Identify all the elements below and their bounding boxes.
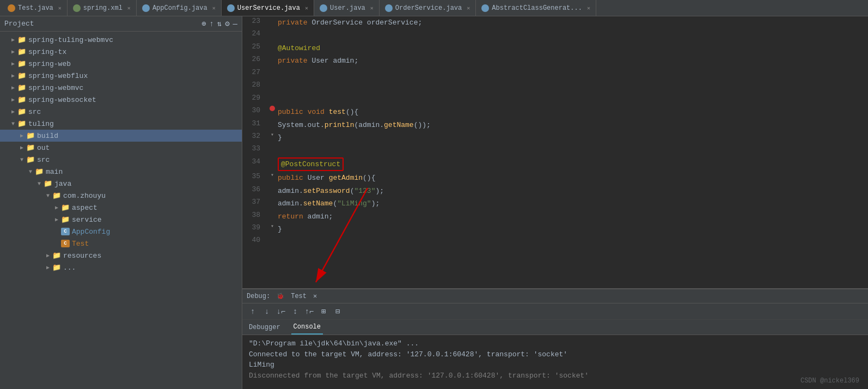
file-icon-appconfig: C [61,228,70,235]
fold-35[interactable]: ▾ [271,172,274,178]
arrow-spring-web[interactable]: ▶ [9,60,17,67]
label-service: service [72,216,102,224]
tab-close-user[interactable]: ✕ [370,5,374,11]
tree-item-com-zhouyu[interactable]: ▼ 📁 com.zhouyu [0,190,242,202]
evaluate-btn[interactable]: ⊟ [332,306,344,318]
folder-icon-spring-tx: 📁 [17,48,26,56]
tree-item-spring-web[interactable]: ▶ 📁 spring-web [0,58,242,70]
label-tuling: tuling [28,120,54,128]
arrow-more[interactable]: ▶ [44,264,52,271]
code-text-40 [278,235,868,248]
tab-debugger[interactable]: Debugger [247,320,283,335]
tree-item-spring-tx[interactable]: ▶ 📁 spring-tx [0,46,242,58]
folder-icon-spring-webmvc: 📁 [17,84,26,92]
folder-icon-tuling: 📁 [17,120,26,127]
tree-item-appconfig-file[interactable]: ▶ C AppConfig [0,226,242,238]
arrow-main[interactable]: ▼ [26,169,35,175]
label-com-zhouyu: com.zhouyu [63,192,106,200]
tab-user[interactable]: User.java ✕ [314,0,380,16]
tab-close-userservice[interactable]: ✕ [305,5,308,11]
tree-item-spring-tuling-webmvc[interactable]: ▶ 📁 spring-tuling-webmvc [0,34,242,46]
tab-label-test: Test.java [18,4,53,12]
tree-item-spring-webmvc[interactable]: ▶ 📁 spring-webmvc [0,82,242,94]
tab-orderservice[interactable]: OrderService.java ✕ [380,0,476,16]
tree-item-spring-webflux[interactable]: ▶ 📁 spring-webflux [0,70,242,82]
tab-close-spring[interactable]: ✕ [127,5,131,11]
line-num-32: 32 [242,131,267,140]
folder-icon-com-zhouyu: 📁 [52,192,61,199]
sidebar-tool-minus[interactable]: — [233,20,237,28]
folder-icon-spring-websocket: 📁 [17,96,26,104]
line-num-40: 40 [242,235,267,244]
tree-item-src2[interactable]: ▼ 📁 src [0,154,242,166]
tree-item-test-file[interactable]: ▶ C Test [0,238,242,250]
arrow-spring-tuling[interactable]: ▶ [9,37,17,43]
scroll-down-btn[interactable]: ↓ [261,306,273,318]
step-over-btn[interactable]: ↓⌐ [275,306,287,318]
fold-32[interactable]: ▾ [271,131,274,138]
arrow-spring-webflux[interactable]: ▶ [9,72,17,79]
arrow-build[interactable]: ▶ [17,132,26,139]
arrow-tuling[interactable]: ▼ [9,121,17,127]
sidebar-tool-gear[interactable]: ⚙ [225,19,229,28]
debug-close[interactable]: ✕ [313,292,317,300]
tab-userservice[interactable]: UserService.java ✕ [222,0,314,16]
folder-icon-more: 📁 [52,264,61,271]
arrow-com-zhouyu[interactable]: ▼ [44,193,52,199]
tree-item-tuling[interactable]: ▼ 📁 tuling [0,118,242,130]
tab-close-abstract[interactable]: ✕ [587,5,590,11]
tree-item-build[interactable]: ▶ 📁 build [0,130,242,142]
step-into-btn[interactable]: ↕ [289,306,301,318]
arrow-resources[interactable]: ▶ [44,252,52,259]
tree-item-src[interactable]: ▶ 📁 src [0,106,242,118]
tree-item-aspect[interactable]: ▶ 📁 aspect [0,202,242,214]
editor-area: 23 private OrderService orderService; 24… [242,16,868,389]
tab-spring-xml[interactable]: spring.xml ✕ [68,0,137,16]
sidebar-tool-arrow-up[interactable]: ↑ [209,20,213,28]
arrow-spring-websocket[interactable]: ▶ [9,96,17,103]
step-out-btn[interactable]: ↑⌐ [303,306,315,318]
fold-39[interactable]: ▾ [271,223,274,229]
tab-icon-test [8,4,15,12]
code-line-34: 34 @PostConstruct [242,157,868,172]
tree-item-spring-websocket[interactable]: ▶ 📁 spring-websocket [0,94,242,106]
arrow-appconfig-file: ▶ [52,228,61,235]
tab-console[interactable]: Console [291,320,323,335]
arrow-spring-webmvc[interactable]: ▶ [9,84,17,91]
tab-label-userservice: UserService.java [237,4,300,12]
folder-icon-aspect: 📁 [61,204,70,211]
scroll-up-btn[interactable]: ↑ [247,306,259,318]
tab-abstract[interactable]: AbstractClassGenerat... ✕ [476,0,596,16]
arrow-java[interactable]: ▼ [35,181,44,187]
code-line-39: 39 ▾ } [242,223,868,235]
line-num-26: 26 [242,54,267,63]
tab-appconfig[interactable]: AppConfig.java ✕ [137,0,222,16]
arrow-service[interactable]: ▶ [52,216,61,223]
tree-item-more[interactable]: ▶ 📁 ... [0,262,242,273]
arrow-out[interactable]: ▶ [17,144,26,151]
code-text-35: public User getAdmin(){ [278,172,868,184]
arrow-aspect[interactable]: ▶ [52,204,61,211]
tree-item-resources[interactable]: ▶ 📁 resources [0,250,242,262]
tree-item-java[interactable]: ▼ 📁 java [0,178,242,190]
tree-item-out[interactable]: ▶ 📁 out [0,142,242,154]
tab-close-orderservice[interactable]: ✕ [467,5,470,11]
tab-test-java[interactable]: Test.java ✕ [2,0,68,16]
arrow-src[interactable]: ▶ [9,108,17,115]
tree-item-service[interactable]: ▶ 📁 service [0,214,242,226]
file-icon-test: C [61,240,70,247]
sidebar-tool-arrows[interactable]: ⇅ [217,19,222,28]
console-line-3: Disconnected from the target VM, address… [249,370,861,381]
bottom-tabs: Debugger Console [242,320,868,335]
code-text-32: } [278,131,868,144]
arrow-spring-tx[interactable]: ▶ [9,48,17,55]
run-to-cursor-btn[interactable]: ⊞ [317,306,329,318]
code-text-37: admin.setName("LiMing"); [278,197,868,210]
tab-close-appconfig[interactable]: ✕ [212,5,216,11]
label-appconfig-file: AppConfig [72,228,110,236]
tree-item-main[interactable]: ▼ 📁 main [0,166,242,178]
code-text-25: @Autowired [278,42,868,54]
tab-close-test[interactable]: ✕ [58,5,62,11]
arrow-src2[interactable]: ▼ [17,157,26,163]
sidebar-tool-globe[interactable]: ⊕ [201,19,206,28]
